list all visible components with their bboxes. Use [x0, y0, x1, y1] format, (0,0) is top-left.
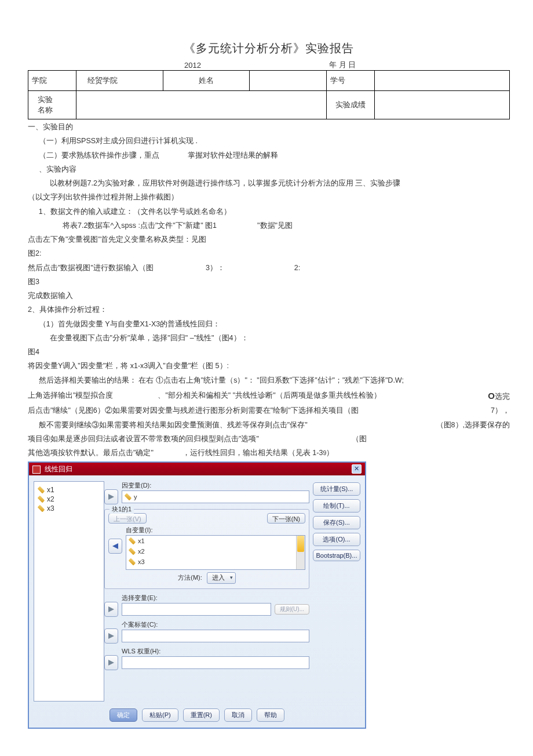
date-line: 2012 年 月 日: [184, 60, 510, 70]
p9: 图4: [28, 346, 510, 358]
list-item[interactable]: x2: [127, 547, 146, 555]
sec1-item2b: 掌握对软件处理结果的解释: [177, 150, 278, 162]
side-buttons: 统计量(S)... 绘制(T)... 保存(S)... 选项(O)... Boo…: [309, 481, 360, 702]
next-block-button[interactable]: 下一张(N): [267, 513, 305, 524]
sec1-item2a: （二）要求熟练软件操作步骤，重点: [28, 150, 159, 162]
dialog-titlebar[interactable]: 线性回归 ✕: [29, 463, 365, 475]
svg-marker-4: [108, 660, 114, 666]
var-x3: x3: [47, 504, 54, 513]
move-wls-button[interactable]: [104, 655, 118, 670]
wls-label: WLS 权重(H):: [122, 647, 309, 656]
college-label: 学院: [28, 71, 76, 91]
block-legend: 块1的1: [109, 505, 134, 514]
indep-x1: x1: [138, 537, 145, 544]
p16b: ，运行线性回归，输出相关结果（见表 1-3: [182, 447, 323, 459]
variable-list[interactable]: x1 x2 x3: [34, 481, 104, 702]
p4: 然后点击"数据视图"进行数据输入（图 3）： 2:: [28, 262, 510, 274]
p15: 项目④如果是逐步回归法或者设置不带常数项的回归模型则点击"选项" （图: [28, 433, 510, 445]
p16a: 其他选项按软件默认。最后点击"确定": [28, 447, 154, 459]
move-independent-button[interactable]: [108, 539, 122, 554]
list-item[interactable]: x1: [36, 485, 101, 495]
sec1-item2: （二）要求熟练软件操作步骤，重点 掌握对软件处理结果的解释: [28, 150, 510, 162]
move-caselabel-button[interactable]: [104, 628, 118, 644]
id-value: [375, 71, 510, 91]
p7: （1）首先做因变量 Y与自变量X1-X3的普通线性回归：: [28, 318, 510, 330]
p15a: 项目④如果是逐步回归法或者设置不带常数项的回归模型则点击"选项": [28, 433, 259, 445]
scrollbar[interactable]: [296, 536, 305, 569]
sec2-item2: （以文字列出软件操作过程并附上操作截图）: [28, 191, 510, 203]
var-x2: x2: [47, 495, 54, 503]
p13: 后点击"继续"（见图6）②如果需要对因变量与残差进行图形分析则需要在"绘制"下选…: [28, 405, 510, 417]
step1: 1、数据文件的输入或建立：（文件名以学号或姓名命名）: [28, 206, 510, 218]
ok-button[interactable]: 确定: [109, 708, 137, 722]
save-button[interactable]: 保存(S)...: [313, 516, 360, 529]
dependent-field[interactable]: y: [122, 490, 309, 503]
scale-icon: [38, 496, 45, 503]
step2: 2、具体操作分析过程：: [28, 304, 510, 316]
paste-button[interactable]: 粘贴(P): [142, 708, 178, 722]
dialog-title-text: 线性回归: [45, 465, 72, 473]
p10: 将因变量Y调入"因变量"栏，将 x1-x3调入"自变量"栏（图 5）:: [28, 360, 510, 372]
scale-icon: [38, 505, 45, 513]
list-item[interactable]: x3: [36, 504, 101, 513]
exp-name-value: [76, 91, 327, 119]
name-label: 姓名: [163, 71, 250, 91]
p11: 然后选择相关要输出的结果： 在右 ①点击右上角"统计量（s）"： "回归系数"下…: [28, 375, 510, 387]
score-label: 实验成绩: [327, 91, 375, 119]
page-title: 《多元统计分析分析》实验报告: [28, 41, 510, 56]
cancel-button[interactable]: 取消: [224, 708, 252, 722]
options-button[interactable]: 选项(O)...: [313, 533, 360, 546]
p12b: 、"部分相关和偏相关" "共线性诊断"（后两项是做多重共线性检验）: [158, 391, 381, 399]
content-body: 一、实验目的 （一）利用SPSS对主成分回归进行计算机实现 . （二）要求熟练软…: [28, 121, 510, 459]
move-dependent-button[interactable]: [104, 489, 118, 504]
sec2-heading: 、实验内容: [28, 163, 510, 176]
prev-block-button[interactable]: 上一张(V): [108, 513, 147, 524]
header-table: 学院 经贸学院 姓名 学号 实验 名称 实验成绩: [28, 70, 510, 119]
list-item[interactable]: x1: [127, 537, 146, 545]
score-value: [375, 91, 510, 119]
move-selection-button[interactable]: [104, 602, 118, 617]
indep-x2: x2: [138, 548, 145, 555]
p13a: 后点击"继续"（见图6）②如果需要对因变量与残差进行图形分析则需要在"绘制"下选…: [28, 405, 359, 417]
p4a: 然后点击"数据视图"进行数据输入（图: [28, 262, 154, 274]
p5: 图3: [28, 276, 510, 288]
bootstrap-button[interactable]: Bootstrap(B)...: [313, 550, 360, 561]
sec2-item1: 以教材例题7.2为实验对象，应用软件对例题进行操作练习，以掌握多元统计分析方法的…: [28, 177, 510, 190]
caselabel-label: 个案标签(C):: [122, 620, 309, 629]
dialog-icon: [32, 466, 41, 474]
dialog-footer: 确定 粘贴(P) 重置(R) 取消 帮助: [29, 705, 365, 728]
p8: 在变量视图下点击"分析"菜单，选择"回归" –"线性"（图4）：: [28, 332, 510, 344]
p6: 完成数据输入: [28, 290, 510, 302]
scale-icon: [125, 493, 132, 501]
independent-field[interactable]: x1 x2 x3: [126, 535, 305, 570]
p16d: ）: [326, 447, 334, 459]
block-group: 块1的1 上一张(V) 下一张(N) 自变量(I): x1 x2 x3: [104, 509, 309, 589]
svg-marker-1: [112, 543, 118, 549]
close-icon[interactable]: ✕: [352, 464, 362, 474]
name-value: [250, 71, 327, 91]
p16: 其他选项按软件默认。最后点击"确定" ，运行线性回归，输出相关结果（见表 1-3…: [28, 447, 510, 459]
help-button[interactable]: 帮助: [257, 708, 284, 722]
statistics-button[interactable]: 统计量(S)...: [313, 482, 360, 496]
wls-field[interactable]: [122, 656, 309, 669]
exp-name-label-1: 实验: [38, 94, 72, 105]
svg-marker-3: [108, 633, 114, 639]
p2: 点击左下角"变量视图"首先定义变量名称及类型：见图: [28, 234, 510, 246]
p3: 图2:: [28, 248, 510, 260]
selection-field[interactable]: [122, 603, 271, 616]
rule-button[interactable]: 规则(U)...: [275, 604, 309, 615]
dependent-value: y: [134, 493, 137, 500]
p15b: （图: [352, 433, 367, 445]
sec1-item1: （一）利用SPSS对主成分回归进行计算机实现 .: [28, 135, 510, 147]
reset-button[interactable]: 重置(R): [183, 708, 220, 722]
list-item[interactable]: x2: [36, 495, 101, 504]
method-select[interactable]: 进入: [207, 572, 236, 584]
list-item[interactable]: x3: [127, 558, 146, 566]
exp-name-label: 实验 名称: [28, 91, 76, 119]
plots-button[interactable]: 绘制(T)...: [313, 499, 360, 513]
date-rest: 年 月 日: [329, 60, 356, 70]
p12a: 上角选择输出"模型拟合度: [28, 391, 113, 399]
caselabel-field[interactable]: [122, 630, 309, 642]
var-x1: x1: [47, 486, 54, 494]
p1a: 将表7.2数据车^入spss :点击"文件"下"新建" 图1: [63, 220, 217, 232]
